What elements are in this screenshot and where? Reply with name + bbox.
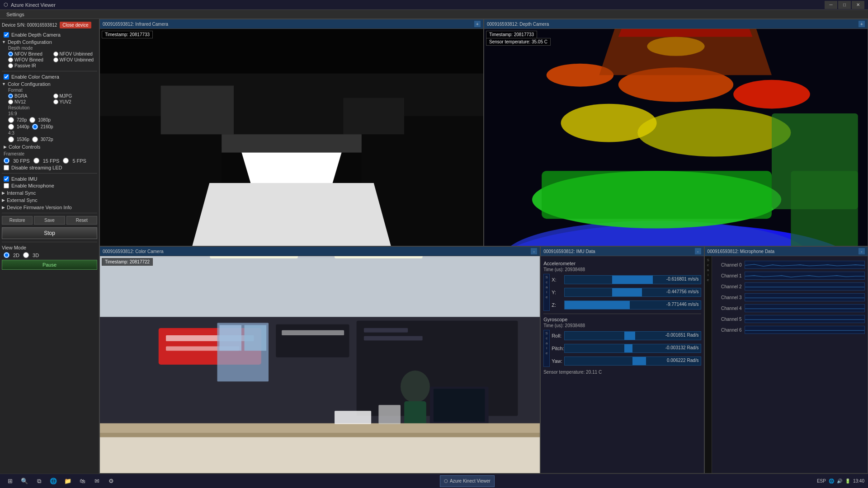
infrared-expand-button[interactable]: +: [474, 21, 481, 27]
format-bgra: BGRA: [8, 94, 52, 99]
search-button[interactable]: 🔍: [18, 475, 31, 488]
accel-scale: Scale: [543, 274, 550, 311]
gyro-pitch-row: Pitch: -0.003132 Rad/s: [552, 344, 701, 353]
resolution-1080p-radio[interactable]: [29, 117, 35, 123]
depth-panel-controls: +: [859, 21, 865, 27]
enable-depth-camera-checkbox[interactable]: [4, 32, 9, 38]
accel-x-value: -0.616801 m/s/s: [666, 277, 699, 282]
svg-rect-14: [542, 171, 772, 219]
imu-divider: [543, 314, 701, 314]
svg-rect-50: [245, 325, 267, 351]
accel-x-bar-fill: [612, 276, 653, 284]
framerate-30-radio[interactable]: [4, 158, 9, 164]
color-config-header[interactable]: ▼ Color Configuration: [2, 81, 97, 87]
infrared-view: [100, 29, 483, 246]
mic-channel-1-row: Channel 1: [715, 272, 865, 280]
store-button[interactable]: 🛍: [76, 475, 89, 488]
enable-depth-camera-row: Enable Depth Camera: [4, 32, 97, 38]
depth-mode-wfov-unbinned-label: WFOV Unbinned: [60, 57, 94, 62]
depth-mode-nfov-binned-radio[interactable]: [8, 52, 13, 56]
imu-panel: 000916593812: IMU Data - Accelerometer T…: [540, 246, 704, 474]
imu-expand-button[interactable]: -: [695, 248, 701, 254]
color-controls-header[interactable]: ▶ Color Controls: [4, 144, 97, 150]
framerate-15-radio[interactable]: [33, 158, 39, 164]
color-timestamp: Timestamp: 20817722: [102, 258, 153, 266]
depth-mode-wfov-binned-radio[interactable]: [8, 57, 13, 62]
enable-imu-row: Enable IMU: [4, 176, 97, 182]
accel-x-label: X:: [552, 277, 564, 282]
settings-button[interactable]: ⚙: [105, 475, 118, 488]
external-sync-label: External Sync: [7, 197, 38, 203]
save-button[interactable]: Save: [34, 216, 65, 225]
enable-color-camera-checkbox[interactable]: [4, 74, 9, 80]
reset-button[interactable]: Reset: [66, 216, 97, 225]
mic-channel-6-row: Channel 6: [715, 326, 865, 334]
resolution-1536p-radio[interactable]: [8, 136, 14, 142]
enable-microphone-checkbox[interactable]: [4, 183, 9, 188]
svg-rect-34: [364, 336, 423, 341]
pause-button[interactable]: Pause: [2, 260, 97, 270]
resolution-1080p-label: 1080p: [38, 117, 51, 122]
infrared-panel: 000916593812: Infrared Camera + Timestam…: [99, 19, 484, 246]
depth-config-header[interactable]: ▼ Depth Configuration: [2, 39, 97, 45]
depth-mode-wfov-unbinned-radio[interactable]: [53, 57, 58, 62]
disable-streaming-led-checkbox[interactable]: [4, 165, 9, 170]
depth-expand-button[interactable]: +: [859, 21, 865, 27]
accelerometer-title: Accelerometer: [543, 261, 701, 266]
disable-streaming-led-row: Disable streaming LED: [4, 165, 97, 170]
svg-rect-7: [222, 134, 362, 152]
title-bar-controls: ─ □ ✕: [825, 1, 864, 9]
battery-icon: 🔋: [845, 479, 850, 483]
external-sync-header[interactable]: ▶ External Sync: [2, 197, 97, 203]
azure-kinect-taskbar-app[interactable]: ⬡ Azure Kinect Viewer: [440, 475, 495, 487]
enable-imu-checkbox[interactable]: [4, 176, 9, 182]
mail-button[interactable]: ✉: [90, 475, 103, 488]
framerate-5-label: 5 FPS: [72, 158, 86, 164]
svg-rect-45: [100, 433, 540, 437]
mic-channel-4-bar: [745, 304, 865, 312]
close-device-button[interactable]: Close device: [60, 22, 91, 28]
explorer-button[interactable]: 📁: [61, 475, 74, 488]
view-mode-3d-radio[interactable]: [23, 252, 29, 258]
format-nv12-radio[interactable]: [8, 99, 13, 104]
task-view-button[interactable]: ⧉: [33, 475, 45, 488]
gyro-yaw-row: Yaw: 0.006222 Rad/s: [552, 357, 701, 366]
firmware-header[interactable]: ▶ Device Firmware Version Info: [2, 205, 97, 210]
framerate-30-label: 30 FPS: [13, 158, 30, 164]
edge-button[interactable]: 🌐: [47, 475, 60, 488]
restore-button[interactable]: Restore: [2, 216, 33, 225]
maximize-button[interactable]: □: [838, 1, 851, 9]
color-expand-button[interactable]: -: [531, 248, 537, 254]
resolution-2160p-radio[interactable]: [32, 124, 38, 130]
microphone-expand-button[interactable]: -: [859, 248, 865, 254]
format-yuv2-radio[interactable]: [53, 99, 58, 104]
stop-button[interactable]: Stop: [2, 227, 97, 239]
color-controls-label: Color Controls: [9, 144, 40, 150]
view-mode-2d-label: 2D: [13, 253, 19, 258]
accel-y-bar-fill: [612, 288, 642, 296]
minimize-button[interactable]: ─: [825, 1, 837, 9]
disable-streaming-led-label: Disable streaming LED: [11, 165, 62, 170]
framerate-5-radio[interactable]: [63, 158, 69, 164]
resolution-3072p-radio[interactable]: [32, 136, 38, 142]
start-button[interactable]: ⊞: [4, 475, 16, 488]
mic-channel-5-row: Channel 5: [715, 315, 865, 323]
svg-rect-49: [219, 325, 241, 351]
depth-sensor-temp: Sensor temperature: 35.05 C: [486, 38, 551, 46]
depth-mode-nfov-unbinned-radio[interactable]: [53, 52, 58, 56]
format-mjpg-radio[interactable]: [53, 94, 58, 99]
imu-panel-content: Accelerometer Time (us): 20938488 Scale …: [541, 256, 703, 473]
enable-depth-camera-label: Enable Depth Camera: [11, 32, 61, 38]
microphone-channels: Channel 0 Channel 1: [712, 256, 868, 473]
close-button[interactable]: ✕: [852, 1, 864, 9]
resolution-720p-radio[interactable]: [8, 117, 14, 123]
depth-mode-passive-ir-radio[interactable]: [8, 63, 13, 68]
infrared-timestamp: Timestamp: 20817733: [102, 31, 153, 38]
menu-settings[interactable]: Settings: [3, 10, 28, 19]
resolution-1440p-radio[interactable]: [8, 124, 14, 130]
internal-sync-header[interactable]: ▶ Internal Sync: [2, 190, 97, 196]
format-bgra-radio[interactable]: [8, 94, 13, 99]
view-mode-2d-radio[interactable]: [4, 252, 9, 258]
color-config-arrow: ▼: [2, 82, 6, 86]
depth-mode-label: Depth mode: [8, 46, 97, 51]
